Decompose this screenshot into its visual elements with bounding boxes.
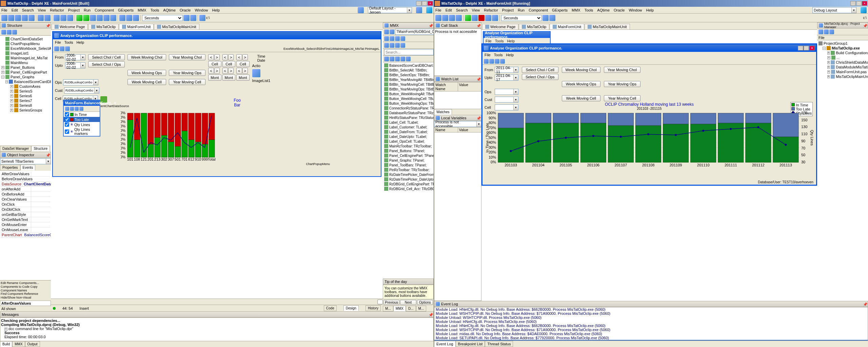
- tip-prev-button[interactable]: Previous: [383, 300, 399, 305]
- mmx-member-item[interactable]: MainRzToolbar: TRzToolbar;: [383, 144, 433, 148]
- menu-file[interactable]: File: [435, 8, 441, 12]
- mmx-member-item[interactable]: Panel_Buttons: TPanel;: [383, 148, 433, 153]
- tab-event-log[interactable]: Event Log: [434, 341, 456, 347]
- mmx-member-item[interactable]: Panel_CellEnginePart: TPanel;: [383, 153, 433, 158]
- pin-icon[interactable]: 📌: [863, 24, 866, 27]
- event-log-panel[interactable]: Module Load: HNetCfg.dll. No Debug Info.…: [434, 307, 868, 341]
- collapse-icon[interactable]: −: [823, 47, 826, 50]
- event-log-line[interactable]: Module Load: midas.dll. No Debug Info. B…: [434, 332, 868, 336]
- pin-icon[interactable]: 📌: [476, 116, 480, 120]
- tab-mistatoclipmainunit[interactable]: MisTatOclipMainUnit: [154, 24, 199, 29]
- expand-icon[interactable]: +: [827, 52, 830, 55]
- expand-icon[interactable]: +: [10, 90, 13, 93]
- event-log-line[interactable]: Module Unload: HNetCfg.dll. Process MisT…: [434, 320, 868, 324]
- pin-icon[interactable]: 📌: [429, 313, 432, 316]
- stop-icon[interactable]: [478, 15, 485, 21]
- col-header[interactable]: Value: [458, 127, 481, 132]
- mmx-member-item[interactable]: Button_WeekMovingCell: TButton;: [383, 96, 433, 101]
- mmx-member-item[interactable]: Panel_Graphs: TPanel;: [383, 158, 433, 163]
- tab-watches[interactable]: Watches: [434, 109, 452, 115]
- layout-combo[interactable]: Debug Layout▾: [812, 7, 856, 13]
- expand-icon[interactable]: +: [10, 99, 13, 102]
- running-app-title[interactable]: Analyse Organization CLIP performance. _…: [482, 44, 816, 52]
- chevron-down-icon[interactable]: ▾: [513, 75, 518, 80]
- year-moving-cell-button[interactable]: Year Moving Cell: [604, 95, 640, 101]
- save-icon[interactable]: [449, 15, 455, 21]
- series-row[interactable]: ✳Qty Lines: [64, 122, 100, 127]
- pm-tb-icon[interactable]: [824, 29, 829, 34]
- close-button[interactable]: ×: [862, 1, 867, 6]
- component-combo[interactable]: Series6 TBarSeries▾: [0, 158, 51, 164]
- menu-aqtime[interactable]: AQtime: [597, 8, 610, 12]
- week-moving-chol-button[interactable]: Week Moving Chol: [562, 67, 600, 73]
- folder-icon[interactable]: [28, 15, 35, 21]
- tab-mistatoclipmainunit[interactable]: MisTatOclipMainUnit: [585, 24, 630, 29]
- seconds-combo[interactable]: Seconds: [501, 15, 542, 21]
- series-check[interactable]: [65, 112, 69, 117]
- year-moving-ops-button[interactable]: Year Moving Ops: [604, 81, 640, 87]
- nav-prev-button[interactable]: <: [222, 68, 228, 74]
- maximize-button[interactable]: □: [804, 46, 809, 50]
- menu-refactor[interactable]: Refactor: [484, 8, 498, 12]
- open-icon[interactable]: [442, 15, 448, 21]
- ops-combo[interactable]: ▾: [495, 89, 518, 95]
- run-icon[interactable]: [76, 15, 82, 21]
- upto-date-picker[interactable]: 2011-04-17▾: [495, 75, 518, 81]
- close-button[interactable]: ×: [809, 46, 815, 50]
- form-tb-icon[interactable]: [60, 46, 64, 51]
- chevron-down-icon[interactable]: ▾: [513, 97, 518, 102]
- aq2-icon[interactable]: [190, 15, 196, 21]
- nav-next-button[interactable]: >: [214, 68, 220, 74]
- tab-welcome[interactable]: Welcome Page: [482, 24, 518, 29]
- undo-icon[interactable]: [38, 15, 44, 21]
- mmx-member-item[interactable]: Label_Cell: TLabel;: [383, 120, 433, 125]
- struct-tb-icon[interactable]: [1, 30, 6, 35]
- aq-icon[interactable]: [183, 15, 190, 21]
- series-row-selected[interactable]: Too Late: [64, 117, 100, 122]
- call-stack-panel[interactable]: Process is not accessible: [434, 28, 481, 76]
- unit-icon[interactable]: [67, 15, 73, 21]
- menu-gexperts[interactable]: GExperts: [118, 8, 134, 12]
- save-icon[interactable]: [15, 15, 21, 21]
- local-vars-panel[interactable]: Name Value: [434, 127, 481, 301]
- locals-combo[interactable]: Process is not accessible▾: [434, 121, 481, 127]
- from-date-picker[interactable]: 2011-04-11▾: [495, 67, 518, 73]
- col-header[interactable]: Name: [434, 127, 458, 132]
- tab-mistatoclip[interactable]: MisTatOclip: [519, 24, 549, 29]
- project-tree[interactable]: ProjectGroup1 −MisTatOclip.exe +Build Co…: [817, 40, 868, 301]
- menu-gexperts[interactable]: GExperts: [552, 8, 568, 12]
- mmx-tb-icon[interactable]: [390, 29, 394, 34]
- tab-build[interactable]: Build: [0, 341, 12, 347]
- tab-code[interactable]: Code: [324, 305, 337, 311]
- layout-icon[interactable]: [358, 7, 364, 13]
- object-inspector-grid[interactable]: AfterDrawValues BeforeDrawValues DataSou…: [0, 171, 51, 280]
- upto-date-picker[interactable]: 2006-02-02▾: [65, 62, 85, 68]
- menu-search[interactable]: Search: [22, 8, 34, 12]
- toggle-icon[interactable]: [54, 15, 60, 21]
- series-check[interactable]: [65, 129, 69, 134]
- month-button[interactable]: Mont: [222, 75, 235, 81]
- pm-tb-icon[interactable]: [829, 29, 834, 34]
- maximize-button[interactable]: □: [422, 1, 427, 6]
- menu-window[interactable]: Window: [195, 8, 208, 12]
- nav-next-button[interactable]: >: [242, 68, 248, 74]
- mmx-member-item[interactable]: DatabaseRzStatusPane: TRzStatusPan: [383, 110, 433, 115]
- nav-next-button[interactable]: >: [228, 54, 234, 60]
- maximize-button[interactable]: □: [856, 1, 862, 6]
- pin-icon[interactable]: 📌: [46, 24, 49, 27]
- menu-view[interactable]: View: [38, 8, 46, 12]
- struct-tb2-icon[interactable]: [7, 30, 12, 35]
- mmx-bottom-tab[interactable]: M...: [383, 306, 393, 311]
- menu-aqtime[interactable]: AQtime: [163, 8, 176, 12]
- mmx-member-item[interactable]: RzDBGrid_CellEnginePart: TRzDBGrid;: [383, 182, 433, 186]
- menu-tools[interactable]: Tools: [585, 8, 593, 12]
- collapse-icon[interactable]: −: [1, 76, 4, 79]
- menu-run[interactable]: Run: [518, 8, 525, 12]
- mmx-tb-icon[interactable]: [384, 43, 389, 48]
- mmx-filter-icon[interactable]: [384, 57, 389, 61]
- pin-icon[interactable]: 📌: [46, 153, 49, 157]
- nav-prev-button[interactable]: <: [236, 68, 242, 74]
- help-icon[interactable]: [426, 7, 432, 13]
- nav-prev-button[interactable]: <: [208, 68, 214, 74]
- mmx-member-item[interactable]: BitBtn_YearMovingAll: TBitBtn;: [383, 77, 433, 82]
